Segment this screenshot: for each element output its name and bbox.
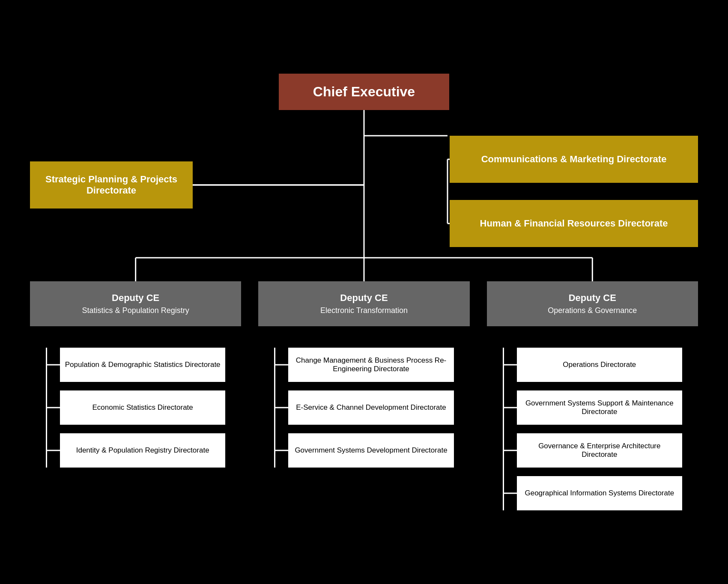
chief-executive-box: Chief Executive: [279, 74, 449, 110]
operations-children: Operations Directorate Government System…: [503, 348, 682, 510]
deputy-operations-col: Deputy CE Operations & Governance Operat…: [487, 281, 698, 510]
change-mgmt-box: Change Management & Business Process Re-…: [288, 348, 454, 382]
deputy-statistics-col: Deputy CE Statistics & Population Regist…: [30, 281, 241, 510]
pop-demo-box: Population & Demographic Statistics Dire…: [60, 348, 225, 382]
geo-info-row: Geographical Information Systems Directo…: [504, 476, 682, 510]
eservice-box: E-Service & Channel Development Director…: [288, 390, 454, 425]
identity-box: Identity & Population Registry Directora…: [60, 433, 225, 468]
gov-sys-dev-row: Government Systems Development Directora…: [275, 433, 454, 468]
pop-demo-row: Population & Demographic Statistics Dire…: [47, 348, 225, 382]
gov-sys-support-row: Government Systems Support & Maintenance…: [504, 390, 682, 425]
governance-ea-box: Governance & Enterprise Architecture Dir…: [517, 433, 682, 468]
identity-row: Identity & Population Registry Directora…: [47, 433, 225, 468]
governance-ea-row: Governance & Enterprise Architecture Dir…: [504, 433, 682, 468]
electronic-children: Change Management & Business Process Re-…: [274, 348, 454, 468]
change-mgmt-row: Change Management & Business Process Re-…: [275, 348, 454, 382]
human-financial-box: Human & Financial Resources Directorate: [450, 200, 698, 247]
econ-stats-row: Economic Statistics Directorate: [47, 390, 225, 425]
deputy-statistics-box: Deputy CE Statistics & Population Regist…: [30, 281, 241, 326]
deputy-electronic-box: Deputy CE Electronic Transformation: [258, 281, 469, 326]
gov-sys-dev-box: Government Systems Development Directora…: [288, 433, 454, 468]
spp-box: Strategic Planning & Projects Directorat…: [30, 161, 193, 209]
econ-stats-box: Economic Statistics Directorate: [60, 390, 225, 425]
eservice-row: E-Service & Channel Development Director…: [275, 390, 454, 425]
ops-dir-row: Operations Directorate: [504, 348, 682, 382]
deputy-operations-box: Deputy CE Operations & Governance: [487, 281, 698, 326]
geo-info-box: Geographical Information Systems Directo…: [517, 476, 682, 510]
deputy-electronic-col: Deputy CE Electronic Transformation Chan…: [258, 281, 469, 510]
stats-children: Population & Demographic Statistics Dire…: [46, 348, 225, 468]
ops-dir-box: Operations Directorate: [517, 348, 682, 382]
communications-box: Communications & Marketing Directorate: [450, 136, 698, 183]
gov-sys-support-box: Government Systems Support & Maintenance…: [517, 390, 682, 425]
